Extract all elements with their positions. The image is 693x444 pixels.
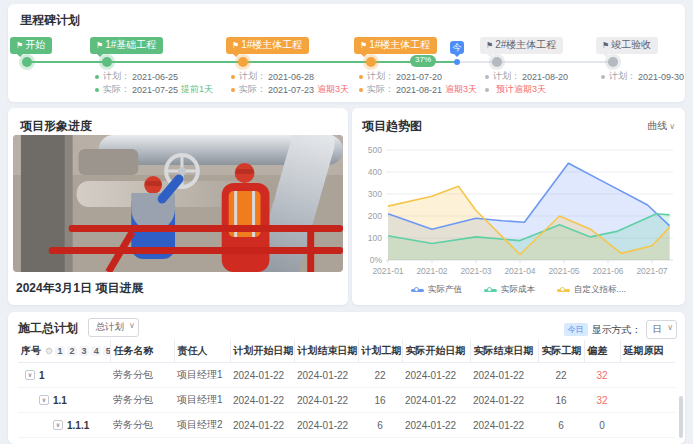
table-body: ∨1劳务分包项目经理12024-01-222024-01-22222024-01… [18, 363, 675, 444]
x-tick-label: 2021-02 [412, 266, 452, 276]
x-tick-label: 2021-05 [544, 266, 584, 276]
flag-icon: ⚑ [96, 41, 103, 50]
today-marker-dot [454, 59, 460, 65]
expand-icon[interactable]: ∨ [53, 420, 63, 430]
cell-delay-reason [620, 413, 675, 438]
chevron-down-icon: ∨ [667, 323, 673, 332]
level-button[interactable]: 3 [79, 346, 89, 356]
level-button[interactable]: 4 [91, 346, 101, 356]
y-tick-label: 100 [368, 233, 382, 243]
y-tick-label: 400 [368, 167, 382, 177]
trend-chart-card: 项目趋势图 曲线∨ 5004003002001000% 2021-012021-… [352, 108, 685, 305]
milestone-tag: ⚑1#基础工程 [90, 37, 163, 54]
expand-icon[interactable]: ∨ [25, 370, 35, 380]
cell-plan-days: 16 [358, 388, 402, 413]
row-sn: 1 [39, 370, 45, 381]
trend-range-select[interactable]: 曲线∨ [647, 119, 675, 133]
cell-task: 劳务分包 [110, 438, 174, 444]
milestone-dot [22, 57, 32, 67]
plan-type-select[interactable]: 总计划 ∨ [88, 318, 139, 337]
column-header: 责任人 [174, 340, 230, 363]
table-row[interactable]: ∨1.1.1劳务分包项目经理22024-01-222024-01-2262024… [18, 413, 675, 438]
x-tick-label: 2021-03 [456, 266, 496, 276]
milestone-dot [238, 57, 248, 67]
chart-x-axis: 2021-012021-022021-032021-042021-052021-… [386, 266, 673, 278]
milestone-dot [366, 57, 376, 67]
chevron-down-icon: ∨ [129, 321, 135, 330]
column-header: 偏差 [584, 340, 620, 363]
cell-actual-start: 2024-01-22 [402, 438, 470, 444]
cell-actual-start: 2024-01-22 [402, 388, 470, 413]
milestone-plan-card: 里程碑计划 37% 今 ⚑开始⚑1#基础工程计划：2021-06-25实际：20… [8, 4, 685, 102]
progress-percent-badge: 37% [410, 55, 436, 67]
plan-type-value: 总计划 [95, 321, 124, 332]
milestone-dates: 计划：2021-06-25实际：2021-07-25提前1天 [95, 70, 213, 96]
today-jump-badge[interactable]: 今日 [564, 323, 588, 336]
cell-actual-start: 2024-01-22 [402, 413, 470, 438]
milestone-dot [102, 57, 112, 67]
construction-plan-table: 序号⚙12345任务名称责任人计划开始日期计划结束日期计划工期实际开始日期实际结… [18, 340, 675, 444]
cell-task: 劳务分包 [110, 363, 174, 388]
cell-plan-days: 5 [358, 438, 402, 444]
cell-actual-days: 6 [538, 413, 584, 438]
row-sn: 1.1.1 [67, 420, 89, 431]
cell-task: 劳务分包 [110, 388, 174, 413]
legend-item[interactable]: 实际产值 [411, 284, 462, 296]
column-header: 计划结束日期 [294, 340, 358, 363]
project-progress-card: 项目形象进度 [8, 108, 348, 305]
cell-delay-reason [620, 438, 675, 444]
milestone-tag: ⚑1#楼主体工程 [354, 37, 437, 54]
cell-plan-days: 22 [358, 363, 402, 388]
cell-owner: 项目经理1 [174, 388, 230, 413]
legend-item[interactable]: 实际成本 [484, 284, 535, 296]
cell-delay-reason [620, 388, 675, 413]
y-tick-label: 0% [370, 255, 382, 265]
table-row[interactable]: ∨1劳务分包项目经理12024-01-222024-01-22222024-01… [18, 363, 675, 388]
gear-icon[interactable]: ⚙ [45, 346, 53, 356]
cell-deviation: 32 [584, 388, 620, 413]
chart-plot-area [386, 144, 673, 264]
column-header: 计划开始日期 [230, 340, 294, 363]
display-mode-select[interactable]: 日 ∨ [646, 320, 678, 339]
cell-plan-days: 6 [358, 413, 402, 438]
row-sn: 1.1 [53, 395, 67, 406]
cell-actual-end: 2024-01-22 [470, 438, 538, 444]
level-button[interactable]: 2 [67, 346, 77, 356]
trend-chart: 5004003002001000% [360, 144, 675, 264]
column-header: 实际工期 [538, 340, 584, 363]
display-mode-value: 日 [653, 323, 663, 334]
cell-plan-end: 2024-01-22 [294, 438, 358, 444]
level-button[interactable]: 5 [103, 346, 110, 356]
expand-icon[interactable]: ∨ [39, 395, 49, 405]
cell-actual-end: 2024-01-22 [470, 363, 538, 388]
x-tick-label: 2021-07 [632, 266, 672, 276]
table-row[interactable]: ∨1.1劳务分包项目经理12024-01-222024-01-22162024-… [18, 388, 675, 413]
column-header-sn: 序号⚙12345 [18, 340, 110, 363]
milestone-tag: ⚑2#楼主体工程 [480, 37, 563, 54]
flag-icon: ⚑ [232, 41, 239, 50]
trend-card-title: 项目趋势图 [362, 118, 422, 135]
cell-actual-start: 2024-01-22 [402, 363, 470, 388]
milestone-timeline: 37% 今 ⚑开始⚑1#基础工程计划：2021-06-25实际：2021-07-… [8, 4, 685, 102]
cell-plan-start: 2024-01-22 [230, 438, 294, 444]
y-tick-label: 300 [368, 189, 382, 199]
cell-delay-reason [620, 363, 675, 388]
chart-legend: 实际产值实际成本自定义指标.... [352, 284, 685, 296]
cell-actual-end: 2024-01-22 [470, 388, 538, 413]
cell-deviation: 32 [584, 363, 620, 388]
cell-plan-start: 2024-01-22 [230, 363, 294, 388]
cell-plan-start: 2024-01-22 [230, 388, 294, 413]
progress-photo-illustration [13, 135, 343, 272]
trend-range-value: 曲线 [647, 120, 667, 131]
x-tick-label: 2021-01 [368, 266, 408, 276]
table-scrollbar[interactable] [679, 396, 683, 438]
cell-actual-days: 22 [538, 363, 584, 388]
chevron-down-icon: ∨ [669, 122, 675, 131]
milestone-dot [608, 57, 618, 67]
photo-card-title: 项目形象进度 [20, 118, 92, 135]
cell-actual-end: 2024-01-22 [470, 413, 538, 438]
legend-item[interactable]: 自定义指标.... [557, 284, 626, 296]
progress-photo[interactable] [13, 135, 343, 272]
table-row[interactable]: ∨1.1.2劳务分包项目经理32024-01-222024-01-2252024… [18, 438, 675, 444]
level-button[interactable]: 1 [55, 346, 65, 356]
